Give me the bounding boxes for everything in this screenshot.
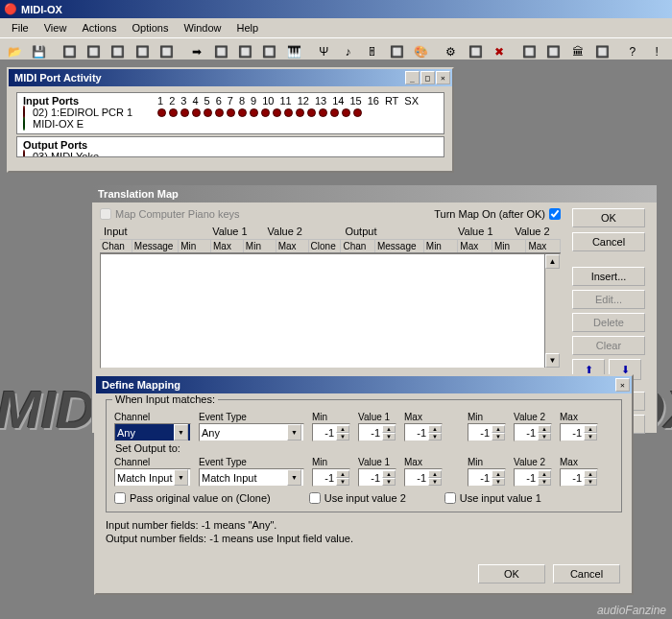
port-activity-titlebar[interactable]: MIDI Port Activity _ □ ✕	[9, 69, 452, 86]
in-v1-max[interactable]: ▲▼	[404, 423, 443, 441]
mapping-list[interactable]: ▲ ▼	[100, 253, 561, 369]
menu-actions[interactable]: Actions	[74, 20, 124, 36]
input-ports-heading: Input Ports	[23, 95, 157, 107]
out-v2-min[interactable]: ▲▼	[468, 468, 506, 487]
map-piano-checkbox[interactable]: Map Computer Piano keys	[100, 208, 240, 220]
menu-options[interactable]: Options	[124, 20, 176, 36]
out-v1-min[interactable]: ▲▼	[312, 468, 350, 487]
input-groupbox: When Input matches: Channel Any▼ Event T…	[106, 399, 622, 512]
in-v2-max[interactable]: ▲▼	[560, 423, 598, 441]
ok-button[interactable]: OK	[478, 564, 545, 583]
in-v1-val[interactable]: ▲▼	[358, 423, 396, 441]
app-icon: 🔴	[4, 3, 17, 16]
workspace: MIDI OX MIDI Port Activity _ □ ✕ Input P…	[0, 60, 672, 619]
define-mapping-dialog: Define Mapping ✕ When Input matches: Cha…	[94, 374, 634, 595]
delete-button: Delete	[572, 313, 645, 332]
in-v2-min[interactable]: ▲▼	[468, 423, 506, 441]
output-port-row: 03) MIDI Yoke	[23, 151, 438, 157]
in-v1-min[interactable]: ▲▼	[312, 423, 350, 441]
translation-map-titlebar[interactable]: Translation Map	[92, 185, 657, 202]
main-titlebar: 🔴 MIDI-OX	[0, 0, 672, 18]
out-v2-max[interactable]: ▲▼	[560, 468, 598, 487]
ok-button[interactable]: OK	[572, 208, 645, 227]
port-numbers: 12345678910111213141516RTSX	[157, 95, 419, 107]
menu-help[interactable]: Help	[229, 20, 267, 36]
out-channel-select[interactable]: Match Input▼	[114, 468, 191, 487]
out-eventtype-select[interactable]: Match Input▼	[199, 468, 304, 487]
translation-map-title: Translation Map	[98, 188, 655, 200]
main-window: 🔴 MIDI-OX File View Actions Options Wind…	[0, 0, 672, 619]
out-v1-max[interactable]: ▲▼	[404, 468, 443, 487]
in-v2-val[interactable]: ▲▼	[514, 423, 552, 441]
led-icon	[23, 118, 33, 130]
close-button[interactable]: ✕	[615, 378, 630, 392]
use-value2-checkbox[interactable]: Use input value 2	[309, 492, 406, 504]
port-activity-window: MIDI Port Activity _ □ ✕ Input Ports 123…	[7, 67, 454, 173]
cancel-button[interactable]: Cancel	[572, 232, 645, 251]
output-ports-heading: Output Ports	[23, 139, 157, 151]
menubar: File View Actions Options Window Help	[0, 18, 672, 37]
input-port-row: 02) 1:EDIROL PCR 1	[23, 107, 438, 118]
maximize-button[interactable]: □	[420, 71, 435, 84]
led-icon	[23, 107, 33, 118]
scrollbar[interactable]: ▲ ▼	[544, 254, 560, 368]
cancel-button[interactable]: Cancel	[553, 564, 620, 583]
define-mapping-titlebar[interactable]: Define Mapping ✕	[96, 376, 632, 393]
pass-clone-checkbox[interactable]: Pass original value on (Clone)	[114, 492, 271, 504]
menu-file[interactable]: File	[4, 20, 36, 36]
menu-window[interactable]: Window	[176, 20, 228, 36]
app-title: MIDI-OX	[21, 4, 62, 15]
clear-button: Clear	[572, 336, 645, 355]
scroll-up-button[interactable]: ▲	[545, 254, 560, 269]
port-activity-title: MIDI Port Activity	[14, 72, 405, 83]
scroll-down-button[interactable]: ▼	[545, 353, 560, 368]
turn-map-on-checkbox[interactable]: Turn Map On (after OK)	[434, 208, 561, 220]
close-button[interactable]: ✕	[436, 71, 450, 84]
out-v1-val[interactable]: ▲▼	[358, 468, 396, 487]
in-channel-select[interactable]: Any▼	[114, 423, 191, 441]
input-port-row: MIDI-OX E	[23, 118, 438, 130]
edit-button: Edit...	[572, 290, 645, 309]
menu-view[interactable]: View	[36, 20, 75, 36]
watermark: audioFanzine	[597, 604, 666, 617]
table-headers: Input Value 1 Value 2 Chan Message Min	[100, 224, 561, 253]
hint-text: Input number fields: -1 means "Any". Out…	[106, 518, 622, 546]
define-mapping-title: Define Mapping	[102, 379, 615, 391]
minimize-button[interactable]: _	[405, 71, 420, 84]
insert-button[interactable]: Insert...	[572, 267, 645, 286]
in-eventtype-select[interactable]: Any▼	[199, 423, 304, 441]
out-v2-val[interactable]: ▲▼	[514, 468, 552, 487]
use-value1-checkbox[interactable]: Use input value 1	[444, 492, 541, 504]
